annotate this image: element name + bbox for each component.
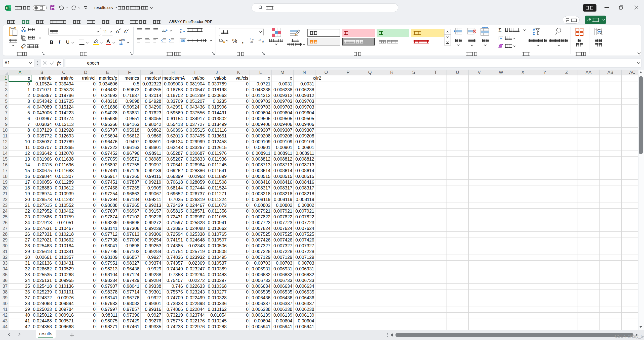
svg-text:ab: ab <box>162 29 165 32</box>
svg-text:X: X <box>6 7 8 10</box>
svg-text:.00: .00 <box>250 41 253 43</box>
svg-text:0: 0 <box>262 41 264 43</box>
svg-text:A: A <box>533 28 535 31</box>
svg-text:Z: Z <box>533 32 535 35</box>
svg-text:.00: .00 <box>258 38 261 41</box>
svg-text:c: c <box>180 30 182 33</box>
